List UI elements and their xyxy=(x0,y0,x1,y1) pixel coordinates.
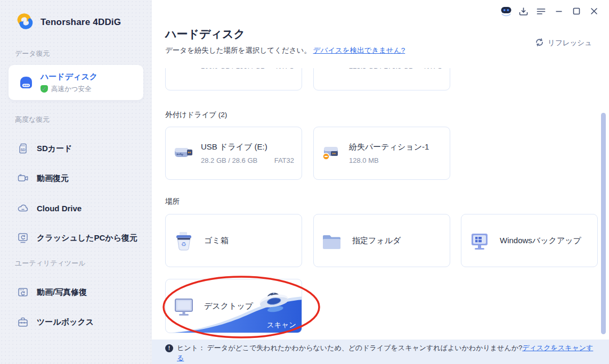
svg-text:♻: ♻ xyxy=(181,241,186,247)
sidebar-item-cloud-drive[interactable]: Cloud Drive xyxy=(0,202,152,214)
drive-size: 223.3 GB / 276.6 GB xyxy=(349,68,413,70)
sidebar-section-utility: ユーティリティツール xyxy=(0,259,152,268)
close-icon[interactable] xyxy=(585,5,603,18)
page-title: ハードディスク xyxy=(165,27,245,42)
internal-drive-icon xyxy=(172,68,196,76)
sidebar-item-hard-disk[interactable]: ハードディスク ✓ 高速かつ安全 xyxy=(9,65,143,100)
download-icon[interactable] xyxy=(515,5,532,18)
minimize-icon[interactable] xyxy=(550,5,567,18)
subtitle-text: データを紛失した場所を選択してください。 xyxy=(165,46,311,54)
sidebar-item-crashed-pc[interactable]: クラッシュしたPCから復元 xyxy=(0,232,152,244)
hint-bar: ! ヒント： データがどこで失われたかわからないため、どのドライブをスキャンすれ… xyxy=(152,340,609,364)
info-icon: ! xyxy=(165,344,173,352)
sidebar-item-video-recovery[interactable]: 動画復元 xyxy=(0,172,152,184)
location-name: 指定フォルダ xyxy=(352,236,401,246)
location-card-recycle-bin[interactable]: ♻ ゴミ箱 xyxy=(165,214,302,267)
crashed-pc-icon xyxy=(17,232,29,244)
section-label-external-drives: 外付けドライブ (2) xyxy=(165,110,227,120)
sd-card-icon: SD xyxy=(17,143,29,154)
sidebar-section-advanced: 高度な復元 xyxy=(0,115,152,125)
svg-text:SD: SD xyxy=(20,148,25,152)
drive-name: 紛失パーティション-1 xyxy=(349,142,429,151)
refresh-button[interactable]: リフレッシュ xyxy=(535,38,592,48)
location-card-folder[interactable]: 指定フォルダ xyxy=(313,214,450,267)
sidebar-item-label: 動画/写真修復 xyxy=(37,287,87,297)
sidebar: Tenorshare 4DDiG データ復元 ハードディスク ✓ 高速かつ安全 … xyxy=(0,0,152,364)
sidebar-item-label: Cloud Drive xyxy=(37,204,82,213)
scroll-clipped-row: 100.0 GB / 199.4 GB NTFS 223.3 GB xyxy=(152,68,609,92)
drive-size: 128.0 MB xyxy=(349,156,379,164)
drive-card-lost-partition[interactable]: 紛失パーティション-1 128.0 MB xyxy=(313,127,450,180)
menu-icon[interactable] xyxy=(532,5,550,18)
sidebar-item-toolbox[interactable]: ツールボックス xyxy=(0,316,152,328)
refresh-icon xyxy=(535,38,544,48)
drive-filesystem: NTFS xyxy=(276,68,294,70)
device-not-detected-link[interactable]: デバイスを検出できません? xyxy=(313,46,405,54)
drive-card-partial[interactable]: 100.0 GB / 199.4 GB NTFS xyxy=(165,68,302,90)
maximize-icon[interactable] xyxy=(567,5,585,18)
main-panel: ハードディスク データを紛失した場所を選択してください。 デバイスを検出できませ… xyxy=(152,0,609,364)
toolbox-icon xyxy=(17,316,29,328)
location-card-windows-backup[interactable]: Windowsバックアップ xyxy=(461,214,598,267)
drive-filesystem: FAT32 xyxy=(274,156,294,164)
location-card-desktop[interactable]: デスクトップ xyxy=(165,279,302,333)
drive-card-partial[interactable]: 223.3 GB / 276.6 GB NTFS xyxy=(313,68,450,90)
scan-button[interactable]: スキャン xyxy=(267,320,296,330)
sidebar-item-label: クラッシュしたPCから復元 xyxy=(37,233,137,243)
desktop-monitor-icon xyxy=(172,294,196,318)
app-logo: Tenorshare 4DDiG xyxy=(0,11,152,34)
window-titlebar xyxy=(497,5,603,18)
scrollbar-thumb[interactable] xyxy=(601,113,606,334)
hint-text: ヒント： データがどこで失われたかわからないため、どのドライブをスキャンすればよ… xyxy=(177,344,522,352)
folder-icon xyxy=(320,229,344,252)
location-name: デスクトップ xyxy=(204,301,253,311)
shield-check-icon: ✓ xyxy=(40,85,48,93)
sidebar-item-photo-video-repair[interactable]: 動画/写真修復 xyxy=(0,286,152,298)
location-name: Windowsバックアップ xyxy=(500,236,581,246)
app-title: Tenorshare 4DDiG xyxy=(40,17,121,28)
sidebar-item-sublabel: 高速かつ安全 xyxy=(51,85,92,94)
video-camera-icon xyxy=(17,172,29,184)
sidebar-item-label: SDカード xyxy=(37,144,72,154)
drive-card-usb[interactable]: USB ドライブ (E:) 28.2 GB / 28.6 GB FAT32 xyxy=(165,127,302,180)
page-subtitle: データを紛失した場所を選択してください。 デバイスを検出できません? xyxy=(165,46,405,55)
sidebar-item-label: 動画復元 xyxy=(37,173,69,184)
drive-name: USB ドライブ (E:) xyxy=(201,142,267,151)
ufo-scanner-icon xyxy=(255,285,293,319)
sidebar-section-data-recovery: データ復元 xyxy=(0,49,152,59)
drive-size: 28.2 GB / 28.6 GB xyxy=(201,156,257,164)
drive-filesystem: NTFS xyxy=(424,68,442,70)
photo-video-repair-icon xyxy=(17,286,29,298)
hard-disk-icon xyxy=(18,75,34,90)
usb-drive-icon xyxy=(172,142,196,165)
location-name: ゴミ箱 xyxy=(204,236,229,246)
sidebar-item-label: ツールボックス xyxy=(37,317,94,327)
recycle-bin-icon: ♻ xyxy=(172,229,196,252)
refresh-label: リフレッシュ xyxy=(548,38,592,48)
internal-drive-icon xyxy=(320,68,344,76)
drive-size: 100.0 GB / 199.4 GB xyxy=(201,68,265,70)
app-window: Tenorshare 4DDiG データ復元 ハードディスク ✓ 高速かつ安全 … xyxy=(0,0,609,364)
cloud-icon xyxy=(17,202,29,214)
windows-backup-icon xyxy=(468,229,491,252)
logo-swirl-icon xyxy=(15,11,35,34)
lost-partition-icon xyxy=(320,142,344,165)
sidebar-item-sd-card[interactable]: SD SDカード xyxy=(0,143,152,154)
assistant-robot-icon[interactable] xyxy=(497,5,515,18)
sidebar-item-label: ハードディスク xyxy=(40,72,98,81)
section-label-locations: 場所 xyxy=(165,197,180,206)
